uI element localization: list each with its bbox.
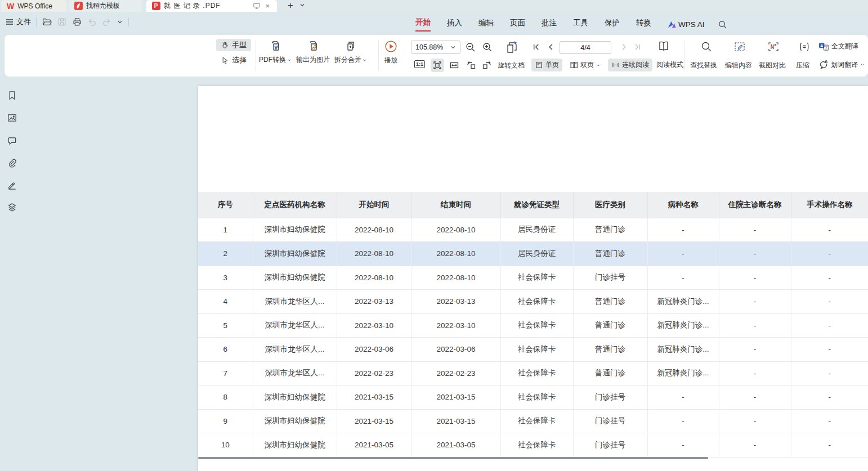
menu-tab-wps-ai[interactable]: WPS AI bbox=[668, 20, 705, 29]
rotate-right-icon[interactable] bbox=[480, 59, 494, 72]
column-header: 开始时间 bbox=[337, 192, 411, 218]
table-cell: 2022-03-13 bbox=[411, 290, 500, 314]
previous-page-icon[interactable] bbox=[546, 42, 556, 52]
menu-tab-page[interactable]: 页面 bbox=[510, 18, 525, 31]
edit-content-icon[interactable] bbox=[733, 40, 746, 53]
menu-tab-tools[interactable]: 工具 bbox=[573, 18, 588, 31]
new-tab-button[interactable]: + bbox=[285, 0, 296, 11]
column-header: 序号 bbox=[198, 192, 253, 218]
double-page-button[interactable]: 双页 bbox=[566, 59, 604, 71]
read-mode-icon[interactable] bbox=[656, 39, 671, 53]
table-cell: 8 bbox=[198, 385, 253, 410]
play-button[interactable]: 播放 bbox=[384, 39, 398, 65]
rotate-left-icon[interactable] bbox=[464, 59, 478, 72]
read-mode-button[interactable]: 阅读模式 bbox=[656, 60, 683, 70]
zoom-in-icon[interactable] bbox=[482, 42, 493, 53]
file-menu-button[interactable]: 文件 bbox=[6, 17, 31, 27]
document-workspace: 序号定点医药机构名称开始时间结束时间就诊凭证类型医疗类别病种名称住院主诊断名称手… bbox=[0, 77, 868, 471]
menu-tab-comment[interactable]: 批注 bbox=[542, 18, 557, 31]
first-page-icon[interactable] bbox=[531, 42, 541, 52]
edit-content-button[interactable]: 编辑内容 bbox=[725, 61, 752, 70]
rotate-document-button[interactable]: 旋转文档 bbox=[498, 61, 525, 70]
compress-icon[interactable] bbox=[798, 41, 811, 53]
column-header: 定点医药机构名称 bbox=[253, 192, 337, 218]
screenshot-compare-icon[interactable] bbox=[767, 40, 780, 53]
menu-tab-edit[interactable]: 编辑 bbox=[478, 18, 494, 31]
menu-tab-home[interactable]: 开始 bbox=[415, 17, 431, 32]
menu-tab-convert[interactable]: 转换 bbox=[636, 18, 651, 31]
table-cell: 7 bbox=[198, 361, 253, 385]
open-file-icon[interactable] bbox=[42, 17, 52, 27]
export-as-image-button[interactable]: 输出为图片 bbox=[296, 39, 330, 65]
word-translate-icon: A文 bbox=[818, 60, 829, 70]
find-replace-icon[interactable] bbox=[700, 41, 713, 53]
fit-page-button[interactable] bbox=[431, 59, 444, 72]
table-cell: - bbox=[719, 290, 791, 314]
table-cell: 新冠肺炎门诊... bbox=[647, 361, 719, 385]
menu-tab-insert[interactable]: 插入 bbox=[447, 18, 462, 31]
table-cell: 居民身份证 bbox=[500, 242, 573, 266]
layers-icon[interactable] bbox=[7, 202, 18, 213]
full-translate-button[interactable]: A字 全文翻译 bbox=[818, 42, 858, 51]
compress-button[interactable]: 压缩 bbox=[796, 61, 809, 70]
continuous-read-icon bbox=[611, 61, 620, 69]
comment-panel-icon[interactable] bbox=[7, 136, 18, 147]
hand-tool-button[interactable]: 手型 bbox=[216, 39, 251, 51]
tab-docer-templates[interactable]: 找稻壳模板 bbox=[69, 0, 142, 12]
split-merge-button[interactable]: 拆分合并 bbox=[334, 39, 367, 65]
present-to-screen-icon[interactable] bbox=[253, 2, 261, 10]
table-cell: 社会保障卡 bbox=[500, 338, 573, 362]
select-tool-button[interactable]: 选择 bbox=[216, 54, 251, 66]
actual-size-button[interactable]: 1:1 bbox=[414, 60, 425, 68]
column-header: 手术操作名称 bbox=[791, 192, 868, 218]
tab-label: 就 医 记 录 .PDF bbox=[164, 1, 221, 11]
horizontal-scrollbar[interactable] bbox=[198, 457, 708, 459]
full-translate-icon: A字 bbox=[818, 42, 829, 51]
tab-document-active[interactable]: P 就 医 记 录 .PDF × bbox=[146, 0, 277, 12]
table-cell: - bbox=[719, 313, 791, 338]
chevron-down-icon bbox=[363, 58, 367, 62]
table-row: 2深圳市妇幼保健院2022-08-102022-08-10居民身份证普通门诊--… bbox=[198, 242, 868, 266]
table-cell: 2022-08-10 bbox=[411, 242, 500, 266]
signature-icon[interactable] bbox=[7, 180, 18, 191]
table-cell: - bbox=[791, 313, 868, 338]
next-page-icon[interactable] bbox=[619, 42, 629, 52]
bookmark-icon[interactable] bbox=[7, 90, 18, 101]
pdf-convert-button[interactable]: PDF转换 bbox=[259, 39, 292, 65]
table-cell: - bbox=[719, 242, 791, 266]
zoom-out-icon[interactable] bbox=[465, 42, 476, 53]
table-cell: 2021-03-05 bbox=[411, 433, 500, 457]
save-icon[interactable] bbox=[57, 17, 67, 27]
table-cell: 深圳市妇幼保健院 bbox=[253, 242, 337, 266]
print-icon[interactable] bbox=[72, 17, 82, 27]
undo-redo-chevron-icon[interactable] bbox=[117, 19, 123, 25]
zoom-level-dropdown[interactable]: 105.88% bbox=[411, 41, 460, 54]
table-cell: 门诊挂号 bbox=[573, 409, 647, 433]
screenshot-compare-button[interactable]: 截图对比 bbox=[759, 61, 786, 70]
rotate-pages-icon[interactable] bbox=[504, 40, 519, 55]
table-cell: 深圳市妇幼保健院 bbox=[253, 218, 337, 242]
tab-list-chevron-icon[interactable] bbox=[299, 2, 306, 8]
find-replace-button[interactable]: 查找替换 bbox=[690, 61, 717, 70]
thumbnail-panel-icon[interactable] bbox=[7, 113, 18, 124]
table-cell: 3 bbox=[198, 266, 253, 290]
menu-tab-protect[interactable]: 保护 bbox=[605, 18, 620, 31]
redo-icon[interactable] bbox=[102, 17, 111, 27]
continuous-read-button[interactable]: 连续阅读 bbox=[608, 59, 652, 71]
close-tab-icon[interactable]: × bbox=[264, 2, 271, 10]
table-cell: - bbox=[647, 385, 719, 410]
table-cell: 10 bbox=[198, 433, 253, 457]
chevron-down-icon bbox=[287, 58, 292, 62]
table-cell: 新冠肺炎门诊... bbox=[647, 290, 719, 314]
fit-width-button[interactable] bbox=[448, 59, 461, 72]
page-number-input[interactable] bbox=[560, 41, 611, 54]
tab-wps-office[interactable]: W WPS Office bbox=[1, 0, 66, 12]
word-translate-button[interactable]: A文 划词翻译 bbox=[818, 60, 865, 70]
last-page-icon[interactable] bbox=[633, 42, 642, 52]
attachment-icon[interactable] bbox=[7, 158, 18, 169]
table-cell: 居民身份证 bbox=[500, 218, 573, 242]
undo-icon[interactable] bbox=[87, 17, 97, 27]
column-header: 病种名称 bbox=[647, 192, 719, 218]
menu-search-icon[interactable] bbox=[718, 20, 727, 29]
single-page-button[interactable]: 单页 bbox=[531, 59, 562, 71]
